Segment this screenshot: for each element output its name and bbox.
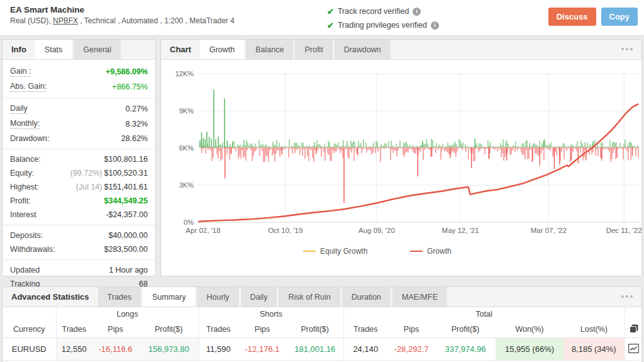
- tab-daily[interactable]: Daily: [241, 287, 277, 307]
- tab-summary[interactable]: Summary: [143, 287, 195, 307]
- stats-panel-header: Advanced Statistics TradesSummaryHourlyD…: [3, 287, 641, 307]
- cell-won: 15,955 (66%): [496, 338, 564, 361]
- column-header-trades: Trades: [343, 321, 387, 338]
- info-value: $283,500.00: [104, 245, 148, 254]
- tab-general[interactable]: General: [74, 40, 120, 59]
- cell-trades: 11,590: [199, 338, 238, 361]
- check-icon: ✔: [327, 7, 334, 16]
- info-value: 0.27%: [126, 105, 148, 113]
- info-value: (99.72%)$100,520.31: [70, 169, 148, 178]
- info-row-abs-gain: Abs. Gain:+866.75%: [3, 79, 155, 94]
- info-label: Deposits:: [10, 231, 43, 240]
- broker-link[interactable]: NPBFX: [53, 16, 78, 25]
- cell-pips: -28,292.7: [387, 338, 435, 361]
- summary-table: LongsShortsTotalCurrencyTradesPipsProfit…: [3, 307, 643, 361]
- growth-chart: 0%3K%6K%9K%12K%Apr 02, '18Oct 10, '19Aug…: [161, 59, 641, 276]
- cell-trades: 24,140: [343, 338, 387, 361]
- info-group: Gain :+9,586.09%Abs. Gain:+866.75%: [3, 61, 155, 98]
- tab-balance[interactable]: Balance: [246, 40, 293, 59]
- info-group: Daily0.27%Monthly:8.32%Drawdown:28.62%: [3, 98, 155, 149]
- verified-label: Trading privileges verified: [338, 21, 427, 30]
- info-group: Balance:$100,801.16Equity:(99.72%)$100,5…: [3, 149, 155, 225]
- tab-growth[interactable]: Growth: [200, 40, 244, 59]
- group-header-longs: Longs: [56, 307, 199, 321]
- column-header-pips: Pips: [92, 321, 139, 338]
- column-header-profit: Profit($): [139, 321, 199, 338]
- legend-equity-growth: Equity Growth: [320, 247, 367, 256]
- column-header-profit: Profit($): [287, 321, 343, 338]
- y-tick-label: 3K%: [179, 181, 194, 189]
- row-chart-icon[interactable]: [625, 338, 643, 361]
- cell-profit: 156,973.80: [139, 338, 199, 361]
- info-panel: Info StatsGeneral Gain :+9,586.09%Abs. G…: [2, 39, 156, 276]
- info-value: +866.75%: [112, 82, 148, 91]
- cell-profit: 181,001.16: [287, 338, 343, 361]
- info-value-text: 8.32%: [126, 120, 148, 128]
- info-label: Gain :: [10, 67, 31, 77]
- info-row-withdrawals: Withdrawals:$283,500.00: [3, 242, 155, 256]
- info-icon[interactable]: i: [431, 21, 439, 30]
- subtitle-prefix: Real (USD),: [10, 16, 53, 25]
- tab-risk-of-ruin[interactable]: Risk of Ruin: [279, 287, 340, 307]
- table-column-header-row: CurrencyTradesPipsProfit($)TradesPipsPro…: [3, 321, 643, 338]
- cell-pips: -16,116.6: [92, 338, 139, 361]
- info-value-text: $344,549.25: [104, 196, 148, 205]
- info-icon[interactable]: i: [413, 8, 421, 16]
- info-value-text: $100,801.16: [104, 155, 148, 164]
- tab-trades[interactable]: Trades: [98, 287, 141, 307]
- info-value-text: 1 Hour ago: [109, 266, 148, 274]
- group-header-shorts: Shorts: [199, 307, 343, 321]
- tab-stats[interactable]: Stats: [35, 40, 72, 59]
- tab-duration[interactable]: Duration: [342, 287, 391, 307]
- x-tick-label: Apr 02, '18: [186, 227, 220, 234]
- info-value: 28.62%: [121, 134, 148, 143]
- info-row-updated: Updated1 Hour ago: [3, 263, 155, 277]
- tab-hourly[interactable]: Hourly: [197, 287, 238, 307]
- discuss-button[interactable]: Discuss: [548, 8, 596, 26]
- y-tick-label: 0%: [184, 218, 194, 226]
- chart-tabs: GrowthBalanceProfitDrawdown: [200, 40, 392, 59]
- column-header-trades: Trades: [199, 321, 238, 338]
- cell-profit: 337,974.96: [435, 338, 496, 361]
- x-tick-label: Dec 11, '22: [606, 227, 641, 234]
- info-value-text: 28.62%: [121, 134, 148, 143]
- info-label: Monthly:: [10, 119, 40, 129]
- empty-cell: [625, 307, 643, 321]
- info-panel-header: Info StatsGeneral: [3, 40, 155, 60]
- y-tick-label: 9K%: [179, 107, 194, 115]
- y-tick-label: 6K%: [179, 144, 194, 152]
- info-group: Deposits:$40,000.00Withdrawals:$283,500.…: [3, 225, 155, 260]
- cell-trades: 12,550: [56, 338, 92, 361]
- series-growth: [198, 104, 638, 222]
- info-value-text: +9,586.09%: [106, 67, 148, 76]
- chart-panel-title: Chart: [161, 40, 200, 59]
- tab-mae-mfe[interactable]: MAE/MFE: [392, 287, 447, 307]
- x-tick-label: May 12, '21: [442, 227, 479, 234]
- copy-table-icon[interactable]: [625, 321, 643, 338]
- account-subtitle: Real (USD), NPBFX , Technical , Automate…: [10, 16, 235, 25]
- tab-profit[interactable]: Profit: [295, 40, 332, 59]
- chart-panel-header: Chart GrowthBalanceProfitDrawdown: [161, 40, 641, 60]
- verified-block: ✔ Track record verified i ✔ Trading priv…: [327, 4, 439, 32]
- info-value-prefix: (99.72%): [70, 169, 103, 178]
- info-row-monthly: Monthly:8.32%: [3, 116, 155, 132]
- info-value: 8.32%: [126, 120, 148, 128]
- info-value: (Jul 14)$151,401.61: [76, 183, 148, 191]
- info-label: Updated: [10, 266, 40, 274]
- group-header-total: Total: [343, 307, 625, 321]
- cell-pips: -12,176.1: [238, 338, 287, 361]
- stats-menu-ellipsis-icon[interactable]: [621, 295, 633, 298]
- copy-button[interactable]: Copy: [601, 8, 638, 26]
- chart-menu-ellipsis-icon[interactable]: [621, 48, 633, 50]
- table-row: EURUSD12,550-16,116.6156,973.8011,590-12…: [3, 338, 643, 361]
- tab-drawdown[interactable]: Drawdown: [335, 40, 391, 59]
- info-row-interest: Interest-$24,357.00: [3, 208, 155, 222]
- info-row-daily: Daily0.27%: [3, 101, 155, 116]
- check-icon: ✔: [327, 21, 334, 30]
- subtitle-suffix: , Technical , Automated , 1:200 , MetaTr…: [78, 16, 235, 25]
- info-row-balance: Balance:$100,801.16: [3, 152, 155, 166]
- top-bar: EA Smart Machine Real (USD), NPBFX , Tec…: [0, 0, 644, 36]
- info-row-profit: Profit:$344,549.25: [3, 194, 155, 208]
- column-header-currency: Currency: [3, 321, 56, 338]
- y-tick-label: 12K%: [175, 70, 194, 77]
